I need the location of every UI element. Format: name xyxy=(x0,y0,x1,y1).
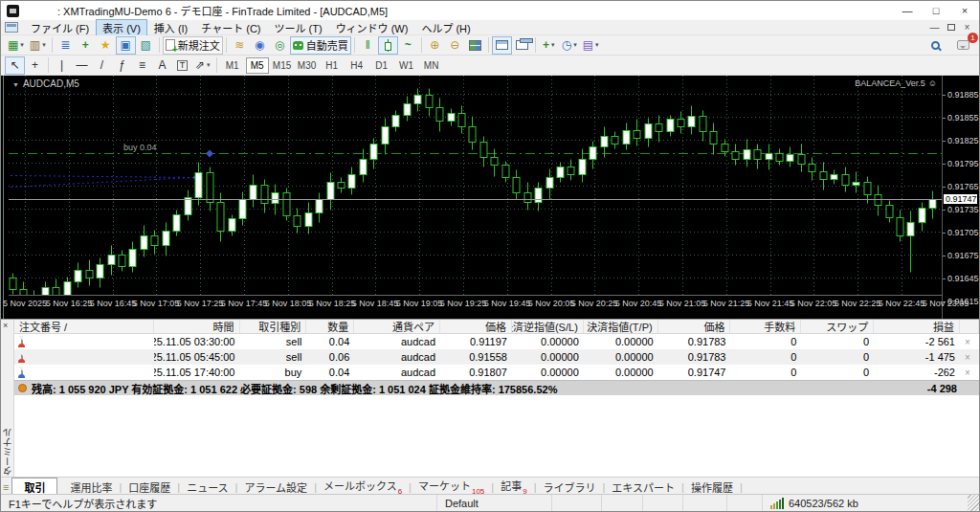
timeframe-h4-button[interactable]: H4 xyxy=(345,57,368,74)
timeframe-m5-button[interactable]: M5 xyxy=(246,57,269,74)
templates-button[interactable]: ▤▾ xyxy=(580,36,602,55)
toolbox-tab-9[interactable]: エキスパート xyxy=(605,479,681,495)
timeframe-h1-button[interactable]: H1 xyxy=(321,57,344,74)
dropdown-arrow-icon[interactable]: ▾ xyxy=(573,41,577,49)
column-header-9[interactable]: 手数料 xyxy=(730,320,801,333)
timeframe-m15-button[interactable]: M15 xyxy=(271,57,294,74)
fibonacci-button[interactable]: ƒ xyxy=(112,56,132,75)
resize-grip[interactable] xyxy=(968,495,979,511)
close-button[interactable]: × xyxy=(950,1,979,20)
position-row-0[interactable]: 2025.11.05 03:30:00sell0.04audcad0.91197… xyxy=(14,334,979,349)
bars-chart-button[interactable]: ‖ xyxy=(358,36,378,55)
tile-windows-button[interactable] xyxy=(465,36,485,55)
timeframe-d1-button[interactable]: D1 xyxy=(370,57,393,74)
column-header-10[interactable]: スワップ xyxy=(801,320,874,333)
dropdown-arrow-icon[interactable]: ▾ xyxy=(207,61,211,69)
cascade-windows-button[interactable] xyxy=(512,36,532,55)
equidistant-channel-button[interactable]: ≡ xyxy=(132,56,152,75)
line-chart-button[interactable]: ~ xyxy=(398,36,418,55)
time-axis[interactable]: 5 Nov 20255 Nov 16:255 Nov 16:455 Nov 17… xyxy=(9,296,979,311)
web-terminal-button[interactable]: ◎ xyxy=(270,36,290,55)
toolbox-vertical-tab[interactable]: ターミナル xyxy=(1,428,14,476)
zoom-in-button[interactable]: ⊕ xyxy=(425,36,445,55)
toolbox-button[interactable]: ▣ xyxy=(116,36,136,55)
menu-item-5[interactable]: ウィンドウ (W) xyxy=(329,19,415,36)
new-order-button[interactable]: 新規注文 xyxy=(163,36,223,55)
new-chart-button[interactable]: ▦▾ xyxy=(5,36,27,55)
text-button[interactable]: A xyxy=(152,56,172,75)
navigator-button[interactable]: ★ xyxy=(96,36,116,55)
timeframe-w1-button[interactable]: W1 xyxy=(395,57,418,74)
minimize-button[interactable]: — xyxy=(893,1,922,20)
objects-button[interactable]: ⇗▾ xyxy=(192,56,213,75)
menu-item-6[interactable]: ヘルプ (H) xyxy=(414,19,477,36)
horizontal-line-button[interactable]: — xyxy=(72,56,92,75)
data-window-button[interactable]: + xyxy=(76,36,96,55)
crosshair-button[interactable]: + xyxy=(25,56,45,75)
position-row-1[interactable]: 2025.11.05 05:45:00sell0.06audcad0.91558… xyxy=(14,349,979,365)
toolbox-tab-4[interactable]: アラーム設定 xyxy=(237,479,314,495)
menu-item-0[interactable]: ファイル (F) xyxy=(24,19,96,36)
trendline-button[interactable]: / xyxy=(92,56,112,75)
column-header-6[interactable]: 決済逆指値(S/L) xyxy=(512,320,584,333)
timeframe-mn-button[interactable]: MN xyxy=(420,57,443,74)
candles-chart-button[interactable] xyxy=(378,36,398,55)
toolbox-tab-6[interactable]: マーケット105 xyxy=(412,478,491,495)
dropdown-arrow-icon[interactable]: ▾ xyxy=(20,41,24,49)
toolbox-tab-5[interactable]: メールボックス6 xyxy=(317,478,409,495)
algo-trading-button[interactable]: 自動売買 xyxy=(290,36,351,55)
chat-button[interactable]: 1 xyxy=(953,36,973,55)
toolbox-tab-7[interactable]: 記事9 xyxy=(494,478,533,495)
column-header-8[interactable]: 価格 xyxy=(658,320,731,333)
column-header-7[interactable]: 決済指値(T/P) xyxy=(584,320,658,333)
chart-panel[interactable]: ▼AUDCAD,M5 BALANCEA_Ver.5☺ buy 0.04 0.91… xyxy=(1,76,979,319)
toolbox-tab-2[interactable]: 口座履歴 xyxy=(122,479,177,495)
community-button[interactable]: ◉ xyxy=(250,36,270,55)
child-restore-button[interactable] xyxy=(943,21,959,34)
candlestick-chart[interactable] xyxy=(9,76,944,296)
close-position-icon[interactable]: × xyxy=(960,367,979,378)
column-header-11[interactable]: 損益 xyxy=(874,320,960,333)
search-button[interactable] xyxy=(925,36,946,55)
menu-item-2[interactable]: 挿入 (I) xyxy=(147,19,194,36)
column-header-4[interactable]: 通貨ペア xyxy=(354,320,440,333)
column-header-2[interactable]: 取引種別 xyxy=(240,320,307,333)
vertical-line-button[interactable]: | xyxy=(52,56,72,75)
toolbox-menu-icon[interactable]: ≡ xyxy=(3,481,9,493)
text-label-button[interactable]: T xyxy=(172,56,192,75)
toolbox-tab-10[interactable]: 操作履歴 xyxy=(684,479,740,495)
close-position-icon[interactable]: × xyxy=(960,337,979,347)
strategy-tester-button[interactable]: ▧ xyxy=(136,36,156,55)
close-position-icon[interactable]: × xyxy=(960,352,979,363)
column-header-0[interactable]: 注文番号 / xyxy=(14,320,154,333)
menu-item-3[interactable]: チャート (C) xyxy=(194,19,267,36)
dropdown-arrow-icon[interactable]: ▾ xyxy=(42,41,46,49)
menu-item-4[interactable]: ツール (T) xyxy=(268,19,329,36)
status-connection[interactable]: 640523/562 kb xyxy=(762,495,968,511)
position-row-2[interactable]: 2025.11.05 17:40:00buy0.04audcad0.918070… xyxy=(14,365,979,380)
toolbox-tab-3[interactable]: ニュース xyxy=(180,479,234,495)
column-header-5[interactable]: 価格 xyxy=(440,320,512,333)
indicators-button[interactable]: +▾ xyxy=(539,36,559,55)
dropdown-arrow-icon[interactable]: ▾ xyxy=(595,41,599,49)
zoom-out-button[interactable]: ⊖ xyxy=(445,36,465,55)
market-watch-button[interactable]: ≣ xyxy=(56,36,76,55)
profiles-button[interactable]: ▥▾ xyxy=(27,36,49,55)
price-axis[interactable]: 0.918850.918550.918250.917950.917650.917… xyxy=(942,76,979,319)
maximize-button[interactable]: □ xyxy=(922,1,950,20)
toolbox-tab-1[interactable]: 運用比率 xyxy=(63,479,119,495)
depth-of-market-button[interactable]: ≋ xyxy=(230,36,250,55)
status-profile[interactable]: Default xyxy=(436,495,551,511)
toolbox-close-icon[interactable]: × xyxy=(3,321,8,330)
child-minimize-button[interactable]: — xyxy=(926,21,943,34)
auto-arrange-button[interactable] xyxy=(492,36,512,55)
timeframe-m1-button[interactable]: M1 xyxy=(221,57,244,74)
toolbox-tab-8[interactable]: ライブラリ xyxy=(537,479,603,495)
column-header-1[interactable]: 時間 xyxy=(154,320,240,333)
menu-item-1[interactable]: 表示 (V) xyxy=(96,19,147,36)
cursor-button[interactable]: ↖ xyxy=(5,56,25,75)
periods-button[interactable]: ◷▾ xyxy=(559,36,580,55)
dropdown-arrow-icon[interactable]: ▾ xyxy=(551,41,555,49)
column-header-3[interactable]: 数量 xyxy=(306,320,354,333)
timeframe-m30-button[interactable]: M30 xyxy=(296,57,319,74)
